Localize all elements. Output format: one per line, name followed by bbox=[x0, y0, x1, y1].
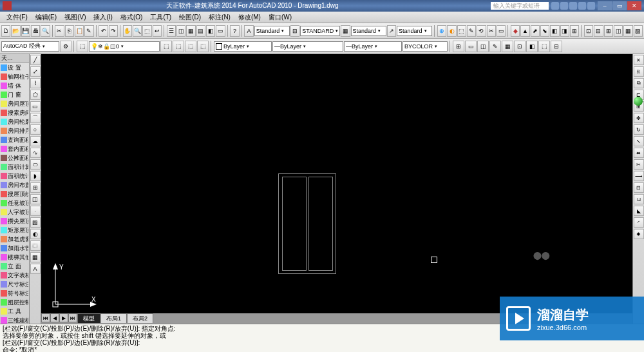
circle-icon[interactable]: ○ bbox=[30, 124, 41, 135]
palette-item[interactable]: 搜屋顶线 bbox=[0, 190, 29, 199]
mod-icon[interactable]: ◨ bbox=[560, 25, 569, 37]
minimize-button[interactable]: – bbox=[598, 1, 612, 10]
insert-icon[interactable]: ⊟ bbox=[551, 41, 562, 52]
menu-insert[interactable]: 插入(I) bbox=[90, 13, 116, 22]
palette-item[interactable]: 墙 体 bbox=[0, 81, 29, 90]
zoom-window-icon[interactable]: ⬚ bbox=[142, 25, 151, 37]
menu-edit[interactable]: 编辑(E) bbox=[32, 13, 61, 22]
preview-icon[interactable]: 🔍 bbox=[41, 25, 50, 37]
spline-icon[interactable]: ∿ bbox=[30, 148, 41, 158]
copy-icon[interactable]: ⎘ bbox=[634, 66, 644, 77]
extend-icon[interactable]: ⟶ bbox=[634, 171, 644, 181]
mod-icon[interactable]: ▭ bbox=[497, 25, 506, 37]
table-style-dropdown[interactable]: Standard▾ bbox=[351, 26, 386, 36]
mod-icon[interactable]: ◐ bbox=[447, 25, 456, 37]
palette-item[interactable]: 立 面 bbox=[0, 262, 29, 271]
palette-item[interactable]: 符号标注 bbox=[0, 289, 29, 298]
mod-icon[interactable]: ⬊ bbox=[540, 25, 549, 37]
ext-icon[interactable] bbox=[551, 2, 559, 10]
revcloud-icon[interactable]: ☁ bbox=[30, 136, 41, 146]
menu-window[interactable]: 窗口(W) bbox=[265, 13, 296, 22]
arc-icon[interactable]: ⌒ bbox=[30, 113, 41, 123]
scale-icon[interactable]: ⤡ bbox=[634, 136, 644, 146]
new-icon[interactable]: 🗋 bbox=[1, 25, 10, 37]
layer-icon[interactable]: ⬚ bbox=[77, 41, 88, 52]
designcenter-icon[interactable]: ◫ bbox=[176, 25, 185, 37]
palette-item[interactable]: 公摊面积 bbox=[0, 153, 29, 162]
insert-icon[interactable]: ⬚ bbox=[538, 41, 550, 52]
mod-icon[interactable]: ✂ bbox=[487, 25, 496, 37]
workspace-dropdown[interactable]: AutoCAD 经典▾ bbox=[1, 41, 59, 52]
sheet-icon[interactable]: ▤ bbox=[196, 25, 205, 37]
help-icon[interactable]: ? bbox=[230, 25, 239, 37]
style-icon[interactable]: A bbox=[244, 25, 253, 37]
mod-icon[interactable]: ⊡ bbox=[584, 25, 593, 37]
ext-icon[interactable] bbox=[587, 2, 595, 10]
palette-item[interactable]: 任意坡顶 bbox=[0, 199, 29, 208]
mod-icon[interactable]: ▲ bbox=[520, 25, 529, 37]
color-dropdown[interactable]: ByLayer▾ bbox=[214, 41, 272, 52]
insert-icon[interactable]: ⊞ bbox=[30, 182, 41, 193]
mod-icon[interactable]: ⟲ bbox=[477, 25, 486, 37]
palette-item[interactable]: 面积统计 bbox=[0, 171, 29, 181]
palette-item[interactable]: 文字表格 bbox=[0, 271, 29, 280]
menu-tools[interactable]: 工具(T) bbox=[146, 13, 175, 22]
insert-icon[interactable]: ◧ bbox=[526, 41, 538, 52]
tab-model[interactable]: 模型 bbox=[77, 313, 100, 323]
layer-tool-icon[interactable]: ⬚ bbox=[173, 41, 184, 52]
hatch-icon[interactable]: ▨ bbox=[30, 217, 41, 228]
palette-item[interactable]: 三维建模 bbox=[0, 316, 29, 324]
layer-dropdown[interactable]: 💡❄🔒◫ 0▾ bbox=[89, 41, 160, 52]
palette-item[interactable]: 矩形屋顶 bbox=[0, 226, 29, 235]
palette-item[interactable]: 门 窗 bbox=[0, 90, 29, 99]
insert-icon[interactable]: ⊞ bbox=[453, 41, 464, 52]
palette-item[interactable]: 房间排序 bbox=[0, 126, 29, 135]
palette-item[interactable]: 图层控制 bbox=[0, 298, 29, 307]
palette-item[interactable]: 人字坡顶 bbox=[0, 208, 29, 217]
mod-icon[interactable]: ◆ bbox=[511, 25, 520, 37]
move-icon[interactable]: ✥ bbox=[634, 113, 644, 123]
copy-icon[interactable]: ⎘ bbox=[65, 25, 74, 37]
calc-icon[interactable]: ▭ bbox=[216, 25, 225, 37]
linetype-dropdown[interactable]: — ByLayer▾ bbox=[272, 41, 343, 52]
tab-nav-prev-icon[interactable]: ◀ bbox=[50, 313, 59, 322]
mod-icon[interactable]: ◧ bbox=[550, 25, 559, 37]
layer-tool-icon[interactable]: ⬚ bbox=[185, 41, 196, 52]
insert-icon[interactable]: ✎ bbox=[489, 41, 501, 52]
fillet-icon[interactable]: ◜ bbox=[634, 217, 644, 228]
menu-view[interactable]: 视图(V) bbox=[61, 13, 90, 22]
rectangle-icon[interactable]: ▭ bbox=[30, 101, 41, 112]
menu-dimension[interactable]: 标注(N) bbox=[205, 13, 234, 22]
layer-tool-icon[interactable]: ⬚ bbox=[160, 41, 172, 52]
mod-icon[interactable]: ⊟ bbox=[594, 25, 603, 37]
region-icon[interactable]: ⬚ bbox=[30, 240, 41, 251]
join-icon[interactable]: ⊔ bbox=[634, 194, 644, 204]
pline-icon[interactable]: ⌇ bbox=[30, 78, 41, 88]
palette-item[interactable]: 设 置 bbox=[0, 63, 29, 72]
lineweight-dropdown[interactable]: — ByLayer▾ bbox=[344, 41, 402, 52]
mod-icon[interactable]: ⊞ bbox=[570, 25, 579, 37]
mleader-style-dropdown[interactable]: Standard▾ bbox=[397, 26, 432, 36]
cut-icon[interactable]: ✂ bbox=[55, 25, 64, 37]
palette-header[interactable]: 天… bbox=[0, 54, 29, 63]
line-icon[interactable]: ╱ bbox=[30, 55, 41, 65]
point-icon[interactable]: · bbox=[30, 206, 41, 216]
insert-icon[interactable]: ⊡ bbox=[514, 41, 526, 52]
ext-icon[interactable] bbox=[560, 2, 568, 10]
mod-icon[interactable]: ▨ bbox=[634, 25, 643, 37]
ellipse-icon[interactable]: ⬭ bbox=[30, 159, 41, 170]
palette-item[interactable]: 工 具 bbox=[0, 307, 29, 316]
palette-item[interactable]: 房间布置 bbox=[0, 181, 29, 190]
markup-icon[interactable]: ◧ bbox=[206, 25, 215, 37]
paste-icon[interactable]: 📋 bbox=[75, 25, 84, 37]
palette-item[interactable]: 房间屋顶 bbox=[0, 99, 29, 108]
erase-icon[interactable]: ✕ bbox=[634, 55, 644, 65]
menu-modify[interactable]: 修改(M) bbox=[234, 13, 265, 22]
toolpalette-icon[interactable]: ▦ bbox=[186, 25, 195, 37]
gradient-icon[interactable]: ◐ bbox=[30, 229, 41, 239]
mod-icon[interactable]: ⊕ bbox=[437, 25, 446, 37]
polygon-icon[interactable]: ⬠ bbox=[30, 90, 41, 100]
palette-item[interactable]: 加老虎窗 bbox=[0, 235, 29, 244]
palette-item[interactable]: 攒尖屋顶 bbox=[0, 217, 29, 226]
help-search-input[interactable]: 输入关键字或短语 bbox=[491, 2, 549, 10]
